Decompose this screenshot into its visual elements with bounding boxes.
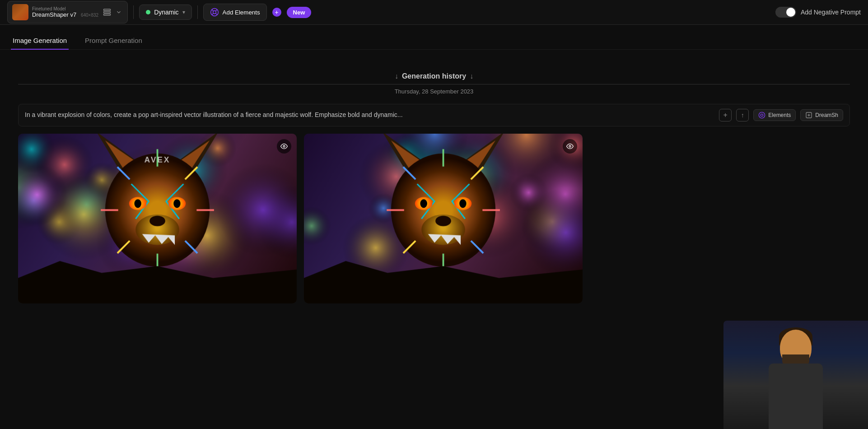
prompt-tag-dreamsh[interactable]: DreamSh [800, 109, 843, 121]
tab-prompt-generation[interactable]: Prompt Generation [83, 32, 144, 50]
dynamic-indicator [146, 10, 150, 14]
elements-tag-icon [758, 112, 765, 119]
prompt-add-button[interactable]: + [719, 109, 732, 121]
image-card-2[interactable] [304, 134, 583, 303]
negative-prompt-area: Add Negative Prompt [775, 7, 861, 18]
model-chevron-icon[interactable] [115, 7, 123, 17]
svg-line-5 [212, 9, 214, 11]
model-size-label: 640×832 [81, 13, 98, 18]
model-selector[interactable]: Finetuned Model DreamShaper v7 640×832 [7, 1, 128, 23]
model-name-label: DreamShaper v7 640×832 [32, 11, 98, 18]
svg-point-4 [213, 11, 216, 14]
image-canvas-1 [18, 134, 297, 303]
model-type-label: Finetuned Model [32, 6, 98, 11]
dynamic-label: Dynamic [154, 9, 178, 16]
model-layers-icon[interactable] [102, 7, 112, 17]
svg-rect-0 [104, 9, 111, 10]
svg-line-7 [215, 9, 217, 11]
person-body [769, 364, 823, 429]
toolbar: Finetuned Model DreamShaper v7 640×832 D… [0, 0, 868, 25]
generation-history-header: ↓ Generation history ↓ [18, 59, 850, 80]
tab-image-generation[interactable]: Image Generation [11, 32, 69, 50]
svg-point-12 [283, 145, 285, 147]
svg-point-9 [759, 112, 765, 118]
dynamic-chevron-icon: ▾ [182, 9, 185, 15]
add-elements-plus-icon[interactable]: + [272, 8, 281, 17]
generation-history-title: Generation history [402, 72, 466, 80]
prompt-up-button[interactable]: ↑ [736, 109, 749, 121]
model-actions [102, 7, 123, 17]
negative-prompt-label: Add Negative Prompt [801, 9, 861, 16]
dynamic-dropdown[interactable]: Dynamic ▾ [139, 5, 191, 20]
svg-rect-2 [104, 14, 111, 15]
generation-history-date: Thursday, 28 September 2023 [18, 88, 850, 95]
person-head [780, 330, 812, 366]
model-info: Finetuned Model DreamShaper v7 640×832 [32, 6, 98, 18]
new-badge-button[interactable]: New [287, 7, 312, 18]
images-grid [18, 134, 583, 303]
person-silhouette [751, 330, 841, 429]
webcam-overlay [723, 321, 868, 429]
toolbar-divider-2 [197, 5, 198, 19]
image-card-1[interactable] [18, 134, 297, 303]
eye-icon-1 [280, 143, 288, 150]
elements-icon [210, 8, 219, 17]
toggle-thumb [786, 8, 795, 17]
add-elements-button[interactable]: Add Elements [203, 4, 267, 21]
dreamsh-tag-icon [805, 112, 812, 119]
history-arrow-left-icon: ↓ [395, 72, 398, 80]
image-canvas-2 [304, 134, 583, 303]
svg-point-10 [761, 114, 763, 116]
eye-icon-2 [566, 143, 574, 150]
tabs-bar: Image Generation Prompt Generation [0, 25, 868, 50]
prompt-row: In a vibrant explosion of colors, create… [18, 104, 850, 126]
webcam-person [723, 321, 868, 429]
add-elements-label: Add Elements [223, 9, 260, 16]
negative-prompt-toggle[interactable] [775, 7, 796, 18]
svg-line-8 [212, 13, 214, 15]
prompt-text: In a vibrant explosion of colors, create… [25, 111, 714, 120]
toolbar-divider-1 [133, 5, 134, 19]
prompt-tag-elements[interactable]: Elements [753, 109, 796, 121]
image-eye-button-1[interactable] [277, 139, 291, 154]
svg-line-6 [215, 13, 217, 15]
model-avatar [12, 4, 28, 20]
history-divider [18, 84, 850, 84]
svg-point-13 [569, 145, 571, 147]
image-eye-button-2[interactable] [563, 139, 577, 154]
svg-rect-1 [104, 12, 111, 13]
history-arrow-right-icon: ↓ [470, 72, 473, 80]
